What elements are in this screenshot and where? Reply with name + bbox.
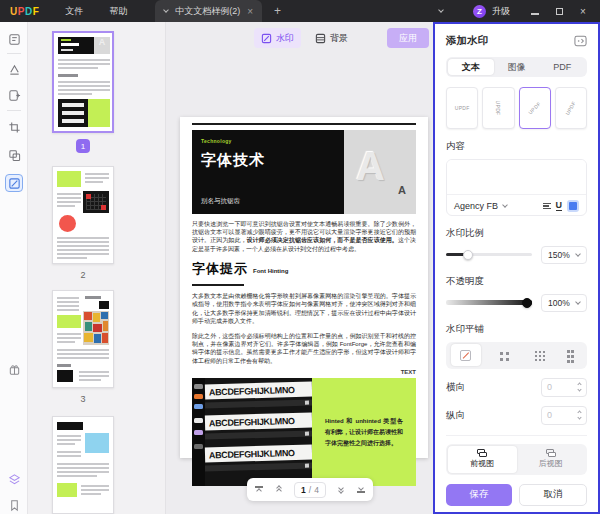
style-diagonal-reverse[interactable]: UPDF bbox=[555, 87, 587, 129]
collapse-panel-icon[interactable] bbox=[574, 35, 587, 47]
tab-close-icon[interactable]: × bbox=[247, 6, 253, 17]
cancel-button[interactable]: 取消 bbox=[519, 484, 587, 506]
style-diagonal[interactable]: UPDF bbox=[519, 87, 551, 129]
back-view-icon bbox=[546, 449, 556, 457]
menu-help[interactable]: 帮助 bbox=[109, 5, 127, 18]
thumb-art bbox=[57, 171, 81, 187]
resources-button[interactable] bbox=[5, 470, 23, 488]
gift-promo-button[interactable] bbox=[5, 360, 23, 378]
specimen-row: ABCDEFGHIJKLMNO bbox=[205, 445, 312, 463]
content-card: Agency FB U bbox=[446, 159, 587, 215]
watermark-icon bbox=[8, 177, 21, 190]
watermark-mode-button[interactable]: 水印 bbox=[254, 28, 301, 48]
scale-slider[interactable] bbox=[446, 253, 532, 256]
font-color-swatch[interactable] bbox=[567, 200, 579, 212]
document-tab[interactable]: 中文文档样例(2) × bbox=[155, 0, 262, 22]
thumbnail-page-3[interactable] bbox=[52, 290, 114, 388]
horizontal-spacing-input[interactable]: 0 bbox=[541, 378, 587, 397]
tab-image[interactable]: 图像 bbox=[494, 59, 540, 75]
tab-list-chevron-icon[interactable] bbox=[163, 7, 169, 13]
tiling-2x2-icon bbox=[500, 352, 503, 355]
page-indicator[interactable]: 1/4 bbox=[294, 482, 326, 498]
opacity-slider[interactable] bbox=[446, 300, 532, 305]
scale-slider-handle[interactable] bbox=[463, 250, 473, 260]
batch-tool-button[interactable] bbox=[5, 146, 23, 164]
organize-pages-tool-button[interactable] bbox=[5, 86, 23, 104]
close-button[interactable]: × bbox=[576, 6, 590, 17]
current-page: 1 bbox=[301, 485, 306, 495]
opacity-slider-handle[interactable] bbox=[522, 298, 532, 308]
edit-pdf-tool-button[interactable] bbox=[5, 60, 23, 78]
style-preview-text: UPDF bbox=[495, 101, 501, 116]
font-select[interactable]: Agency FB bbox=[454, 201, 498, 211]
page-header: Technology 字体技术 别名与抗锯齿 A A bbox=[192, 130, 416, 214]
thumbnail-page-4[interactable] bbox=[52, 416, 114, 514]
thumb-art bbox=[58, 37, 94, 54]
watermark-style-swatches: UPDF UPDF UPDF UPDF bbox=[446, 87, 587, 129]
crop-tool-button[interactable] bbox=[5, 118, 23, 136]
front-view-icon bbox=[477, 449, 487, 457]
style-horizontal[interactable]: UPDF bbox=[446, 87, 478, 129]
style-preview-text: UPDF bbox=[455, 105, 470, 111]
text-label: TEXT bbox=[192, 369, 416, 375]
previous-page-button[interactable] bbox=[277, 486, 281, 493]
apply-button[interactable]: 应用 bbox=[387, 28, 429, 48]
tiling-grid-2x2-button[interactable] bbox=[485, 344, 515, 366]
paragraph-2: 大多数文本是由依赖栅格化将字形映射到屏幕像素网格的渲染引擎呈现的。字体提示或指导… bbox=[192, 292, 416, 326]
avatar[interactable]: Z bbox=[473, 5, 486, 18]
thumb-art bbox=[59, 215, 76, 232]
annotation-tool-button[interactable] bbox=[5, 30, 23, 48]
tab-pdf[interactable]: PDF bbox=[539, 59, 585, 75]
vertical-spacing-input[interactable]: 0 bbox=[541, 406, 587, 425]
scale-chevron-icon bbox=[575, 251, 581, 257]
paragraph-3: 除此之外，这些指令必须标明结构上的位置和工作量的点，例如识别竖干和衬线的控制点，… bbox=[192, 332, 416, 366]
tab-text[interactable]: 文本 bbox=[448, 59, 494, 75]
tiling-column-button[interactable] bbox=[552, 344, 582, 366]
menu-file[interactable]: 文件 bbox=[65, 5, 83, 18]
edit-pen-icon bbox=[8, 63, 21, 76]
thumb-art bbox=[57, 422, 83, 430]
pdf-page[interactable]: Technology 字体技术 别名与抗锯齿 A A 只要快速浏览一下即可意识到… bbox=[180, 117, 428, 458]
thumbnail-page-1[interactable]: A bbox=[52, 31, 114, 133]
horizontal-stepper[interactable] bbox=[578, 383, 581, 391]
underline-button[interactable]: U bbox=[556, 201, 563, 211]
style-vertical[interactable]: UPDF bbox=[482, 87, 514, 129]
scale-value-dropdown[interactable]: 150% bbox=[541, 246, 587, 264]
scale-slider-row: 150% bbox=[446, 246, 587, 264]
vertical-stepper[interactable] bbox=[578, 411, 581, 419]
minimize-button[interactable] bbox=[528, 6, 542, 17]
front-view-button[interactable]: 前视图 bbox=[448, 446, 517, 473]
text-align-button[interactable] bbox=[543, 203, 551, 210]
last-page-button[interactable] bbox=[357, 486, 365, 492]
opacity-value-dropdown[interactable]: 100% bbox=[541, 294, 587, 312]
upgrade-button[interactable]: 升级 bbox=[492, 5, 510, 18]
section-heading-zh: 字体提示 bbox=[192, 260, 248, 278]
tiling-grid-3x3-button[interactable] bbox=[518, 344, 548, 366]
page-2-number: 2 bbox=[28, 270, 138, 280]
next-page-button[interactable] bbox=[339, 486, 343, 493]
thumb-art bbox=[83, 311, 109, 345]
back-view-button[interactable]: 后视图 bbox=[517, 446, 586, 473]
background-mode-button[interactable]: 背景 bbox=[308, 28, 355, 48]
maximize-button[interactable] bbox=[552, 6, 566, 17]
logo-letter: F bbox=[33, 6, 40, 17]
scale-value: 150% bbox=[548, 250, 570, 260]
new-tab-button[interactable]: + bbox=[274, 4, 281, 18]
stepper-down-icon bbox=[577, 416, 581, 420]
background-mode-label: 背景 bbox=[330, 32, 348, 45]
tiling-single-button[interactable] bbox=[451, 344, 481, 366]
logo-letter: P bbox=[18, 6, 25, 17]
bookmark-button[interactable] bbox=[5, 496, 23, 514]
watermark-text-input[interactable] bbox=[447, 160, 586, 194]
green-note-text: Hinted 和 unhinted 类型各有利弊，让设计师在易读性和字体完整性之… bbox=[325, 416, 403, 448]
watermark-tool-button[interactable] bbox=[5, 174, 23, 192]
font-chevron-icon[interactable] bbox=[502, 202, 508, 208]
first-page-button[interactable] bbox=[255, 486, 263, 492]
updf-window: UPDF 文件 帮助 中文文档样例(2) × + Z 升级 × bbox=[0, 0, 600, 514]
save-button[interactable]: 保存 bbox=[446, 484, 512, 506]
thumbnail-page-2[interactable] bbox=[52, 166, 114, 264]
account-chevron-icon[interactable] bbox=[438, 7, 444, 13]
style-preview-text: UPDF bbox=[527, 101, 542, 116]
titlebar: UPDF 文件 帮助 中文文档样例(2) × + Z 升级 × bbox=[0, 0, 600, 22]
horizontal-label: 横向 bbox=[446, 381, 465, 394]
